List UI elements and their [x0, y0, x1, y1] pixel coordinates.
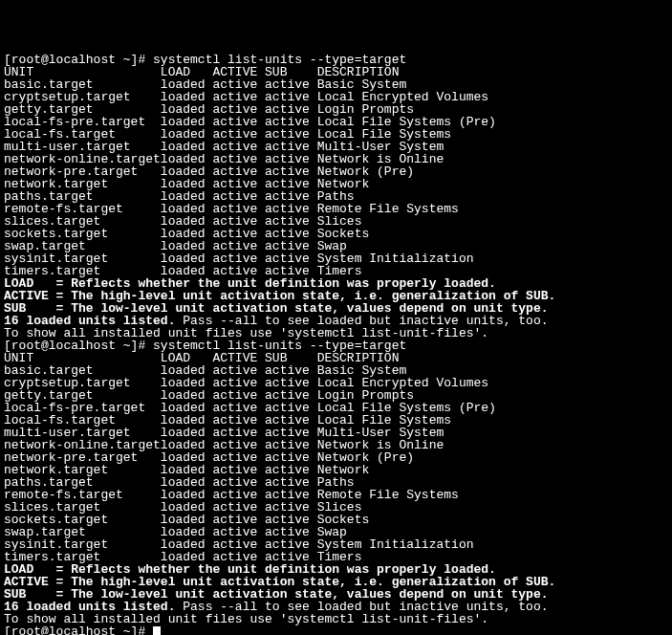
terminal-output: [root@localhost ~]# systemctl list-units… [4, 54, 668, 635]
cursor[interactable] [153, 626, 161, 635]
shell-prompt: [root@localhost ~]# [4, 624, 153, 635]
